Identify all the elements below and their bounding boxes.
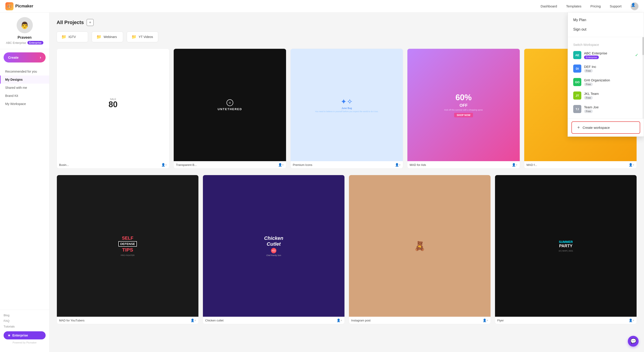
workspace-avatar: TJ — [573, 105, 581, 113]
workspace-info: ABC Enterprise Enterprise — [584, 51, 632, 59]
check-icon: ✓ — [635, 52, 638, 58]
workspace-avatar: JT — [573, 92, 581, 100]
create-workspace-button[interactable]: + Create workspace — [572, 122, 640, 134]
switch-workspace-section: Switch Workspace AE ABC Enterprise Enter… — [568, 37, 644, 119]
workspace-info: GHI Organization Free — [584, 78, 638, 86]
account-section: My Plan Sign out — [568, 12, 644, 37]
workspace-item-abc[interactable]: AE ABC Enterprise Enterprise ✓ — [568, 48, 644, 62]
dropdown-menu: My Plan Sign out Switch Workspace AE ABC… — [568, 12, 644, 137]
workspace-item-ghi[interactable]: GO GHI Organization Free — [568, 75, 644, 89]
sign-out-item[interactable]: Sign out — [568, 25, 644, 34]
workspace-info: JKL Team Free — [584, 92, 638, 100]
workspace-item-def[interactable]: DI DEF Inc Free — [568, 62, 644, 75]
my-plan-item[interactable]: My Plan — [568, 15, 644, 25]
plus-icon: + — [577, 125, 580, 130]
dropdown-overlay — [0, 0, 644, 352]
workspace-item-jkl[interactable]: JT JKL Team Free — [568, 89, 644, 102]
create-workspace-label: Create workspace — [583, 126, 610, 130]
workspace-info: DEF Inc Free — [584, 65, 638, 72]
workspace-avatar: GO — [573, 78, 581, 86]
workspace-item-teamjoe[interactable]: TJ Team Joe Free — [568, 102, 644, 116]
scrollbar-track — [642, 37, 644, 118]
switch-workspace-label: Switch Workspace — [568, 40, 644, 48]
workspace-avatar: AE — [573, 51, 581, 59]
scrollbar-thumb[interactable] — [642, 37, 644, 55]
workspace-info: Team Joe Free — [584, 105, 638, 113]
workspace-avatar: DI — [573, 64, 581, 72]
